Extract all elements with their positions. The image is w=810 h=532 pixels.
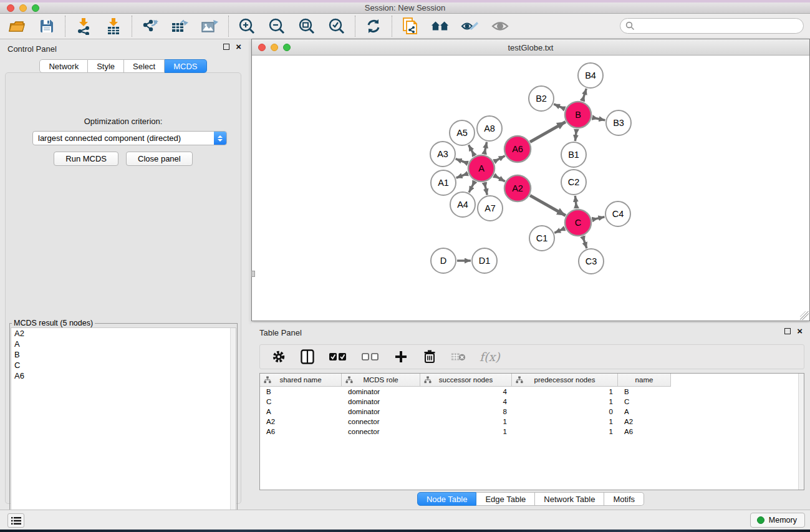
open-session-icon[interactable]: [7, 17, 26, 36]
settings-icon[interactable]: [271, 349, 286, 364]
export-image-icon[interactable]: [201, 17, 219, 36]
cell-MCDS-role[interactable]: dominator: [342, 397, 420, 407]
edge-A-A4[interactable]: [469, 181, 475, 192]
tab-edge-table[interactable]: Edge Table: [476, 492, 535, 506]
table-row[interactable]: A2connector11A2: [260, 417, 804, 427]
result-list-item[interactable]: C: [11, 360, 236, 370]
cell-predecessor-nodes[interactable]: 1: [512, 427, 618, 437]
export-table-icon[interactable]: [171, 17, 190, 36]
result-list-item[interactable]: A2: [11, 328, 236, 339]
panel-splitter-handle[interactable]: [251, 271, 255, 277]
tab-select[interactable]: Select: [124, 59, 165, 73]
cell-name[interactable]: B: [618, 387, 671, 397]
delete-column-icon[interactable]: [422, 349, 437, 364]
cell-successor-nodes[interactable]: 4: [420, 387, 512, 397]
edge-A-A8[interactable]: [485, 142, 487, 155]
search-input[interactable]: [638, 21, 803, 31]
edge-A2-C[interactable]: [530, 195, 566, 215]
edge-B-B3[interactable]: [592, 118, 605, 120]
column-browse-icon[interactable]: [300, 349, 315, 364]
edge-C-C3[interactable]: [582, 236, 587, 248]
cell-predecessor-nodes[interactable]: 1: [512, 397, 618, 407]
cell-name[interactable]: C: [618, 397, 671, 407]
network-canvas[interactable]: B4B2BB3A8A5A6A3B1AA1C2A2A4A7C4CC1C3DD1: [252, 56, 809, 321]
cell-name[interactable]: A2: [618, 417, 671, 427]
hide-graphics-details-icon[interactable]: [491, 17, 509, 36]
optimization-criterion-select[interactable]: largest connected component (directed): [32, 131, 227, 145]
column-header-shared-name[interactable]: shared name: [260, 374, 342, 387]
select-all-checkboxes-icon[interactable]: [329, 349, 347, 364]
cell-shared-name[interactable]: B: [260, 387, 342, 397]
edge-A6-B[interactable]: [530, 122, 566, 142]
cell-predecessor-nodes[interactable]: 1: [512, 417, 618, 427]
edge-C-C1[interactable]: [554, 228, 565, 233]
table-row[interactable]: Cdominator41C: [260, 397, 804, 407]
column-header-successor-nodes[interactable]: successor nodes: [420, 374, 512, 387]
tab-style[interactable]: Style: [88, 59, 124, 73]
result-list-scrollbar[interactable]: [230, 328, 236, 527]
close-panel-button[interactable]: Close panel: [126, 152, 193, 166]
cell-MCDS-role[interactable]: dominator: [342, 387, 420, 397]
edge-A-A7[interactable]: [485, 182, 487, 195]
cell-successor-nodes[interactable]: 8: [420, 407, 512, 417]
show-graphics-details-icon[interactable]: [461, 17, 480, 36]
cell-shared-name[interactable]: A2: [260, 417, 342, 427]
cell-shared-name[interactable]: A: [260, 407, 342, 417]
table-row[interactable]: A6connector11A6: [260, 427, 804, 437]
search-box[interactable]: [620, 18, 804, 34]
export-network-icon[interactable]: [141, 17, 160, 36]
import-table-icon[interactable]: [104, 17, 123, 36]
edge-A-A3[interactable]: [456, 159, 468, 163]
column-header-name[interactable]: name: [618, 374, 671, 387]
window-resize-grip[interactable]: [800, 311, 809, 320]
edge-B-B1[interactable]: [575, 129, 576, 141]
delete-table-icon[interactable]: [451, 349, 466, 364]
save-session-icon[interactable]: [37, 17, 56, 36]
zoom-out-icon[interactable]: [268, 17, 286, 36]
edge-A-A1[interactable]: [456, 173, 468, 178]
float-table-panel-icon[interactable]: [784, 328, 791, 334]
zoom-selected-icon[interactable]: [327, 17, 346, 36]
clone-network-icon[interactable]: [401, 17, 420, 36]
run-mcds-button[interactable]: Run MCDS: [54, 152, 118, 166]
tab-node-table[interactable]: Node Table: [417, 492, 477, 506]
network-window-titlebar[interactable]: testGlobe.txt: [252, 39, 809, 56]
cell-MCDS-role[interactable]: dominator: [342, 407, 420, 417]
cell-successor-nodes[interactable]: 4: [420, 397, 512, 407]
tab-network-table[interactable]: Network Table: [535, 492, 604, 506]
edge-B-B4[interactable]: [582, 89, 586, 101]
deselect-all-checkboxes-icon[interactable]: [361, 349, 380, 364]
cell-shared-name[interactable]: C: [260, 397, 342, 407]
cell-predecessor-nodes[interactable]: 0: [512, 407, 618, 417]
zoom-fit-icon[interactable]: [297, 17, 316, 36]
zoom-in-icon[interactable]: [238, 17, 256, 36]
result-list-item[interactable]: A6: [11, 370, 236, 381]
cell-name[interactable]: A6: [618, 427, 671, 437]
edge-C-C2[interactable]: [575, 196, 576, 208]
float-panel-icon[interactable]: [223, 44, 229, 50]
memory-button[interactable]: Memory: [750, 513, 805, 528]
function-builder-icon[interactable]: f(x): [480, 350, 500, 364]
table-row[interactable]: Bdominator41B: [260, 387, 804, 397]
edge-A-A2[interactable]: [494, 175, 505, 181]
tab-network[interactable]: Network: [39, 59, 88, 73]
refresh-icon[interactable]: [364, 17, 383, 36]
task-history-button[interactable]: [7, 513, 24, 528]
close-panel-icon[interactable]: ×: [236, 44, 241, 50]
column-header-MCDS-role[interactable]: MCDS role: [342, 374, 420, 387]
result-list-item[interactable]: B: [11, 349, 236, 360]
cell-successor-nodes[interactable]: 1: [420, 417, 512, 427]
cell-MCDS-role[interactable]: connector: [342, 427, 420, 437]
cell-successor-nodes[interactable]: 1: [420, 427, 512, 437]
edge-A-A5[interactable]: [469, 145, 475, 155]
node-table[interactable]: shared nameMCDS rolesuccessor nodesprede…: [259, 373, 804, 490]
table-scrollbar[interactable]: [798, 374, 804, 490]
import-network-icon[interactable]: [74, 17, 93, 36]
column-header-predecessor-nodes[interactable]: predecessor nodes: [512, 374, 618, 387]
edge-B-B2[interactable]: [554, 104, 565, 109]
edge-A-A6[interactable]: [494, 156, 504, 162]
tab-mcds[interactable]: MCDS: [165, 59, 206, 73]
edge-C-C4[interactable]: [592, 217, 604, 220]
cell-MCDS-role[interactable]: connector: [342, 417, 420, 427]
first-neighbors-icon[interactable]: [431, 17, 450, 36]
